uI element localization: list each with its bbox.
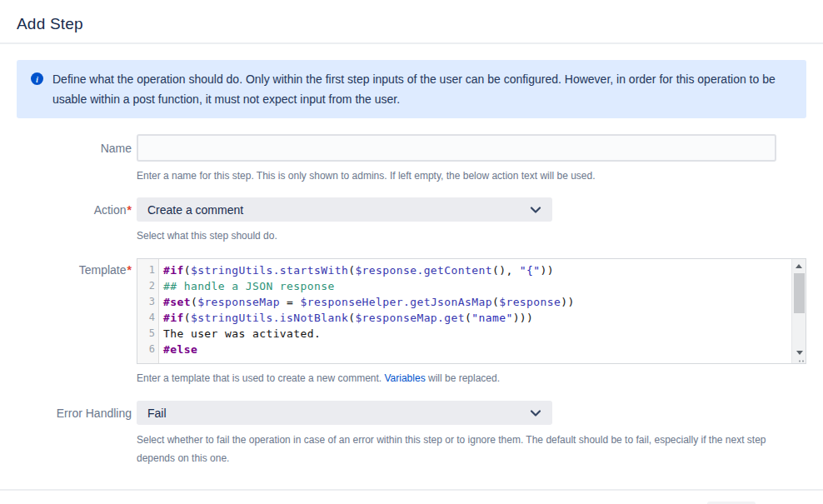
resize-grip-icon[interactable] [798, 360, 806, 362]
info-banner: i Define what the operation should do. O… [17, 60, 806, 118]
required-asterisk: * [127, 263, 132, 277]
name-help-text: Enter a name for this step. This is only… [137, 167, 806, 184]
name-row: Name [17, 134, 806, 162]
template-code-lines[interactable]: #if($stringUtils.startsWith($response.ge… [159, 259, 791, 363]
code-line: #if($stringUtils.isNotBlank($responseMap… [163, 310, 791, 326]
error-handling-help-text: Select whether to fail the operation in … [137, 431, 782, 467]
required-asterisk: * [127, 203, 132, 217]
info-icon: i [31, 72, 43, 85]
error-handling-dropdown[interactable]: Fail [137, 401, 552, 425]
line-number: 3 [142, 294, 155, 310]
error-handling-dropdown-value: Fail [147, 407, 167, 420]
page-header: Add Step [0, 0, 823, 44]
template-help-before: Enter a template that is used to create … [137, 372, 385, 384]
template-code-editor[interactable]: 123456 #if($stringUtils.startsWith($resp… [137, 258, 806, 364]
action-dropdown[interactable]: Create a comment [137, 197, 552, 222]
error-handling-label: Error Handling [17, 407, 137, 420]
name-input[interactable] [137, 134, 776, 162]
chevron-down-icon [529, 203, 542, 217]
template-help-text: Enter a template that is used to create … [137, 370, 806, 387]
code-line: ## handle a JSON response [163, 278, 791, 294]
chevron-down-icon [529, 407, 542, 420]
name-label: Name [17, 142, 137, 155]
action-row: Action* Create a comment [17, 197, 806, 222]
line-number: 1 [142, 262, 155, 278]
editor-scrollbar[interactable] [791, 259, 806, 363]
info-banner-text: Define what the operation should do. Onl… [52, 69, 786, 109]
page-title: Add Step [17, 15, 806, 33]
line-number: 2 [142, 278, 155, 294]
template-row: Template* 123456 #if($stringUtils.starts… [17, 258, 806, 364]
code-line: The user was activated. [163, 326, 791, 342]
action-label: Action* [17, 203, 137, 217]
code-line: #if($stringUtils.startsWith($response.ge… [163, 262, 791, 278]
error-handling-row: Error Handling Fail [17, 401, 806, 425]
template-help-after: will be replaced. [426, 372, 500, 384]
code-line: #set($responseMap = $responseHelper.getJ… [163, 294, 791, 310]
add-step-form: Name Enter a name for this step. This is… [0, 118, 823, 467]
footer-actions: Save Cancel [0, 491, 823, 504]
scroll-down-icon[interactable] [792, 346, 806, 359]
scrollbar-bottom [792, 346, 806, 362]
code-line: #else [163, 342, 791, 357]
action-help-text: Select what this step should do. [137, 227, 806, 244]
scroll-up-icon[interactable] [792, 259, 806, 272]
template-label: Template* [17, 258, 137, 277]
line-number: 5 [142, 326, 155, 342]
scrollbar-thumb[interactable] [794, 273, 805, 313]
line-number: 6 [142, 342, 155, 357]
line-number: 4 [142, 310, 155, 326]
action-dropdown-value: Create a comment [147, 203, 243, 217]
variables-link[interactable]: Variables [385, 372, 426, 384]
template-gutter: 123456 [137, 259, 159, 363]
